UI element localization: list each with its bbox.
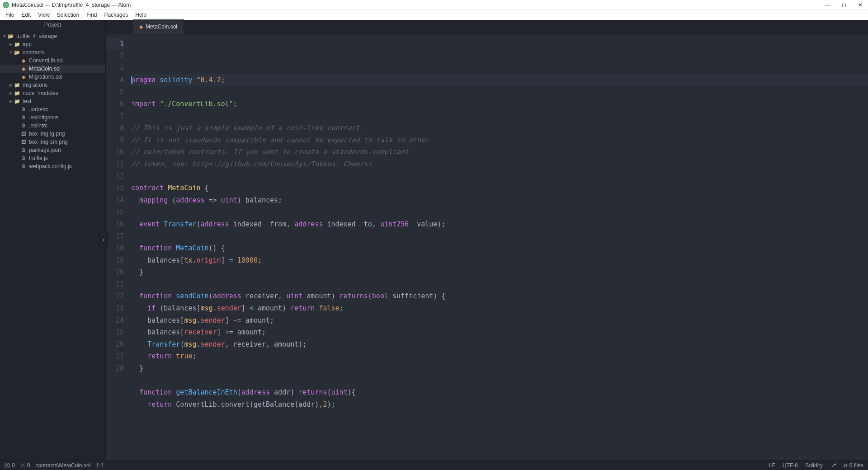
app-body: Project ▼truffle_4_storage▶app▼contracts…: [0, 20, 868, 460]
tree-item-label: migrations: [23, 82, 47, 88]
file-icon: [20, 106, 27, 113]
disclosure-arrow-icon: ▶: [8, 99, 14, 103]
code-line: // token, see: https://github.com/Consen…: [131, 158, 868, 170]
git-files-count: 0 files: [849, 462, 863, 469]
code-line: function getBalanceInEth(address addr) r…: [131, 386, 868, 399]
sidebar-header: Project: [0, 20, 105, 30]
img-icon: [20, 139, 27, 145]
code-line: [131, 110, 868, 122]
project-sidebar: Project ▼truffle_4_storage▶app▼contracts…: [0, 20, 106, 460]
file-icon: [20, 163, 27, 169]
code-line: // coin/token contracts. If you want to …: [131, 146, 868, 158]
warning-icon: ⚠: [20, 462, 25, 469]
tree-item-metacoin-sol[interactable]: MetaCoin.sol: [0, 65, 105, 73]
menu-find[interactable]: Find: [83, 11, 100, 19]
code-line: [131, 170, 868, 183]
code-line: event Transfer(address indexed _from, ad…: [131, 218, 868, 230]
git-files-icon: ⧉: [844, 462, 848, 469]
tree-item-label: .eslintrc: [29, 122, 47, 129]
tree-item-migrations-sol[interactable]: Migrations.sol: [0, 73, 105, 81]
tree-item-truffle-js[interactable]: truffle.js: [0, 154, 105, 162]
img-icon: [20, 131, 27, 136]
status-git-files[interactable]: ⧉ 0 files: [844, 462, 863, 469]
code-line: contract MetaCoin {: [131, 182, 868, 194]
file-tree[interactable]: ▼truffle_4_storage▶app▼contractsConvertL…: [0, 30, 105, 460]
status-encoding[interactable]: UTF-8: [783, 462, 798, 469]
tree-item-label: webpack.config.js: [29, 163, 72, 169]
editor-tab-metacoin[interactable]: MetaCoin.sol: [133, 19, 184, 34]
code-line: balances[msg.sender] -= amount;: [131, 315, 868, 327]
code-line: [131, 278, 868, 291]
tree-item-node-modules[interactable]: ▶node_modules: [0, 89, 105, 97]
code-line: return ConvertLib.convert(getBalance(add…: [131, 399, 868, 411]
menu-edit[interactable]: Edit: [18, 11, 34, 19]
line-gutter: 1234567891011121314151617181920212223242…: [106, 34, 128, 460]
tree-item-label: node_modules: [23, 90, 58, 96]
tree-item-app[interactable]: ▶app: [0, 40, 105, 48]
code-line: }: [131, 266, 868, 278]
code-line: mapping (address => uint) balances;: [131, 194, 868, 207]
tree-item-label: MetaCoin.sol: [29, 66, 61, 72]
tree-item-label: Migrations.sol: [29, 74, 62, 80]
tree-item-label: package.json: [29, 147, 61, 153]
window-minimize-button[interactable]: —: [825, 2, 830, 8]
menu-packages[interactable]: Packages: [101, 11, 132, 19]
code-line: [131, 86, 868, 98]
tree-item-migrations[interactable]: ▶migrations: [0, 81, 105, 89]
window-title: MetaCoin.sol — D:\tmp\truffle_4_storage …: [12, 2, 131, 8]
window-titlebar: MetaCoin.sol — D:\tmp\truffle_4_storage …: [0, 0, 868, 10]
tree-item-truffle-4-storage[interactable]: ▼truffle_4_storage: [0, 32, 105, 40]
status-errors[interactable]: ✕ 0: [5, 462, 15, 469]
menu-selection[interactable]: Selection: [53, 11, 83, 19]
tree-item-package-json[interactable]: package.json: [0, 146, 105, 154]
status-line-ending[interactable]: LF: [769, 462, 775, 469]
status-cursor-position[interactable]: 1:1: [96, 462, 104, 469]
status-bar: ✕ 0 ⚠ 0 contracts\MetaCoin.sol 1:1 LF UT…: [0, 460, 868, 470]
menu-help[interactable]: Help: [132, 11, 150, 19]
code-line: [131, 206, 868, 218]
window-close-button[interactable]: ✕: [858, 2, 863, 8]
tree-item-contracts[interactable]: ▼contracts: [0, 48, 105, 56]
error-icon: ✕: [5, 463, 10, 468]
code-line: [131, 230, 868, 243]
tree-item--babelrc[interactable]: .babelrc: [0, 105, 105, 113]
code-line: return true;: [131, 350, 868, 362]
sidebar-collapse-handle[interactable]: ‹: [99, 232, 108, 248]
code-line: Transfer(msg.sender, receiver, amount);: [131, 338, 868, 351]
file-icon: [20, 155, 27, 161]
window-controls: — ◻ ✕: [825, 2, 865, 8]
tree-item-test[interactable]: ▶test: [0, 97, 105, 105]
sol-icon: [20, 74, 27, 80]
wrap-guide: [487, 34, 487, 460]
folder-icon: [14, 99, 21, 104]
tree-item-convertlib-sol[interactable]: ConvertLib.sol: [0, 56, 105, 65]
window-maximize-button[interactable]: ◻: [842, 2, 846, 8]
status-git-branch[interactable]: ⎇: [830, 462, 836, 469]
editor-column: MetaCoin.sol 123456789101112131415161718…: [106, 20, 868, 460]
code-line: balances[receiver] += amount;: [131, 326, 868, 338]
status-warnings[interactable]: ⚠ 0: [20, 462, 30, 469]
disclosure-arrow-icon: ▼: [2, 34, 7, 38]
code-line: balances[tx.origin] = 10000;: [131, 254, 868, 267]
status-error-count: 0: [12, 462, 15, 469]
tree-item-label: test: [23, 98, 31, 104]
status-file-path[interactable]: contracts\MetaCoin.sol: [35, 462, 90, 469]
tree-item--eslintrc[interactable]: .eslintrc: [0, 122, 105, 130]
tree-item-webpack-config-js[interactable]: webpack.config.js: [0, 162, 105, 170]
folder-open-icon: [14, 50, 21, 56]
tree-item--eslintignore[interactable]: .eslintignore: [0, 113, 105, 122]
menu-view[interactable]: View: [34, 11, 53, 19]
code-area[interactable]: pragma solidity ^0.4.2; import "./Conver…: [128, 34, 868, 460]
tree-item-box-img-lg-png[interactable]: box-img-lg.png: [0, 130, 105, 138]
code-line: pragma solidity ^0.4.2;: [131, 74, 868, 86]
tree-item-box-img-sm-png[interactable]: box-img-sm.png: [0, 138, 105, 146]
tree-item-label: .babelrc: [29, 106, 48, 113]
code-line: [131, 375, 868, 387]
solidity-file-icon: [139, 24, 143, 30]
tree-item-label: truffle.js: [29, 155, 48, 161]
status-grammar[interactable]: Solidity: [805, 462, 823, 469]
tree-item-label: contracts: [23, 49, 45, 56]
editor[interactable]: 1234567891011121314151617181920212223242…: [106, 34, 868, 460]
code-line: if (balances[msg.sender] < amount) retur…: [131, 302, 868, 315]
menu-file[interactable]: File: [2, 11, 18, 19]
